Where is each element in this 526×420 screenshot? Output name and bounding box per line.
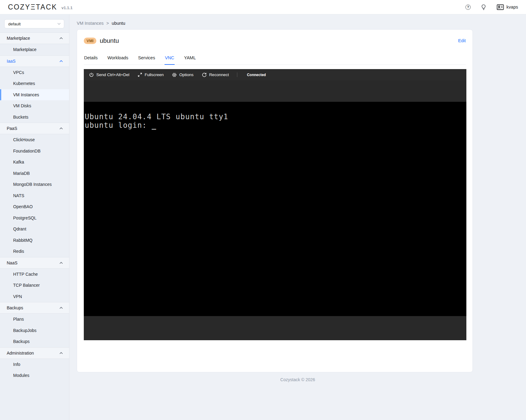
item-label: PostgreSQL: [13, 216, 36, 220]
button-label: Reconnect: [209, 72, 229, 77]
button-label: Fullscreen: [145, 72, 164, 77]
item-label: MariaDB: [13, 171, 30, 176]
namespace-select[interactable]: default: [4, 19, 64, 28]
fullscreen-button[interactable]: Fullscreen: [138, 72, 164, 77]
vm-detail-card: VMI ubuntu Edit Details Workloads Servic…: [77, 29, 473, 372]
item-label: VPN: [13, 294, 22, 299]
sidebar-item-qdrant[interactable]: Qdrant: [0, 223, 69, 235]
breadcrumb-parent[interactable]: VM Instances: [77, 21, 104, 26]
item-label: VM Disks: [13, 103, 31, 108]
sidebar-item-mongodb-instances[interactable]: MongoDB Instances: [0, 179, 69, 190]
item-label: VPCs: [13, 70, 24, 75]
app: COZYΞTACK v1.1.1 ?: [0, 0, 526, 420]
sidebar-item-vpcs[interactable]: VPCs: [0, 67, 69, 78]
sidebar-item-tcp-balancer[interactable]: TCP Balancer: [0, 280, 69, 291]
sidebar-item-clickhouse[interactable]: ClickHouse: [0, 134, 69, 146]
item-label: Buckets: [13, 115, 28, 120]
item-label: Kubernetes: [13, 81, 35, 86]
tab-vnc[interactable]: VNC: [165, 52, 175, 65]
terminal-line: ubuntu login: _: [85, 121, 466, 130]
vnc-console: Send Ctrl+Alt+Del Fullscreen: [84, 69, 466, 340]
item-label: Kafka: [13, 160, 24, 164]
item-label: BackupJobs: [13, 328, 36, 333]
sidebar-item-openbao[interactable]: OpenBAO: [0, 201, 69, 212]
sidebar-section-backups[interactable]: Backups: [0, 302, 69, 314]
chevron-up-icon: [59, 352, 63, 354]
item-label: MongoDB Instances: [13, 182, 52, 187]
item-label: TCP Balancer: [13, 283, 40, 288]
sidebar-item-postgresql[interactable]: PostgreSQL: [0, 212, 69, 224]
sidebar-item-vpn[interactable]: VPN: [0, 291, 69, 302]
item-label: Redis: [13, 249, 24, 254]
tab-services[interactable]: Services: [138, 52, 156, 65]
toolbar-divider: [237, 72, 237, 77]
sidebar-item-marketplace[interactable]: Marketplace: [0, 44, 69, 55]
breadcrumb-current: ubuntu: [112, 21, 125, 26]
tab-workloads[interactable]: Workloads: [107, 52, 128, 65]
chevron-down-icon: [57, 23, 61, 25]
terminal-line: Ubuntu 24.04.4 LTS ubuntu tty1: [85, 113, 466, 121]
sidebar-item-foundationdb[interactable]: FoundationDB: [0, 146, 69, 157]
sidebar-section-administration[interactable]: Administration: [0, 347, 69, 359]
sidebar-section-iaas[interactable]: IaaS: [0, 55, 69, 67]
sidebar-item-backups[interactable]: Backups: [0, 336, 69, 347]
chevron-up-icon: [59, 127, 63, 130]
top-header: COZYΞTACK v1.1.1 ?: [0, 0, 526, 14]
vmi-badge: VMI: [84, 38, 96, 44]
reconnect-button[interactable]: Reconnect: [202, 72, 229, 77]
reload-icon: [202, 72, 207, 77]
sidebar-section-marketplace[interactable]: Marketplace: [0, 32, 69, 44]
help-icon: ?: [465, 5, 471, 10]
sidebar-item-vm-disks[interactable]: VM Disks: [0, 100, 69, 112]
options-button[interactable]: Options: [172, 72, 194, 77]
sidebar-section-naas[interactable]: NaaS: [0, 257, 69, 269]
section-label: Backups: [7, 305, 23, 310]
page-title: ubuntu: [100, 37, 119, 44]
sidebar-item-kafka[interactable]: Kafka: [0, 157, 69, 168]
item-label: Backups: [13, 339, 30, 344]
sidebar-item-info[interactable]: Info: [0, 359, 69, 370]
sidebar-item-nats[interactable]: NATS: [0, 190, 69, 201]
sidebar-item-backupjobs[interactable]: BackupJobs: [0, 325, 69, 336]
sidebar-item-plans[interactable]: Plans: [0, 314, 69, 325]
sidebar: default Marketplace Marketplace IaaS VPC…: [0, 14, 69, 420]
namespace-select-value: default: [8, 22, 21, 26]
terminal-prompt: ubuntu login:: [85, 121, 152, 130]
vnc-canvas[interactable]: Ubuntu 24.04.4 LTS ubuntu tty1 ubuntu lo…: [84, 80, 466, 340]
theme-toggle-button[interactable]: [481, 4, 486, 10]
tab-details[interactable]: Details: [84, 52, 98, 65]
app-version: v1.1.1: [61, 6, 72, 10]
edit-button[interactable]: Edit: [458, 38, 466, 43]
breadcrumb-separator: >: [106, 21, 109, 26]
chevron-up-icon: [59, 60, 63, 62]
sidebar-item-modules[interactable]: Modules: [0, 370, 69, 381]
item-label: Plans: [13, 317, 24, 322]
app-logo: COZYΞTACK: [8, 3, 57, 11]
section-label: NaaS: [7, 260, 17, 265]
help-button[interactable]: ?: [465, 5, 471, 10]
sidebar-item-redis[interactable]: Redis: [0, 246, 69, 257]
tab-bar: Details Workloads Services VNC YAML: [84, 52, 466, 65]
item-label: Info: [13, 362, 20, 367]
tab-yaml[interactable]: YAML: [184, 52, 196, 65]
sidebar-item-rabbitmq[interactable]: RabbitMQ: [0, 235, 69, 246]
sidebar-item-vm-instances[interactable]: VM Instances: [0, 89, 69, 101]
gear-icon: [172, 72, 177, 77]
sidebar-item-kubernetes[interactable]: Kubernetes: [0, 78, 69, 89]
section-label: IaaS: [7, 59, 16, 64]
breadcrumb: VM Instances > ubuntu: [77, 21, 526, 26]
sidebar-item-http-cache[interactable]: HTTP Cache: [0, 269, 69, 280]
sidebar-section-paas[interactable]: PaaS: [0, 123, 69, 134]
chevron-up-icon: [59, 262, 63, 264]
vnc-framebuffer[interactable]: Ubuntu 24.04.4 LTS ubuntu tty1 ubuntu lo…: [84, 102, 466, 316]
item-label: OpenBAO: [13, 204, 33, 209]
send-ctrl-alt-del-button[interactable]: Send Ctrl+Alt+Del: [89, 72, 129, 77]
sidebar-item-buckets[interactable]: Buckets: [0, 112, 69, 123]
button-label: Send Ctrl+Alt+Del: [96, 72, 129, 77]
terminal-cursor: _: [152, 121, 157, 130]
item-label: FoundationDB: [13, 149, 41, 153]
sidebar-item-mariadb[interactable]: MariaDB: [0, 168, 69, 179]
user-menu-button[interactable]: kvaps: [497, 4, 518, 10]
item-label: Marketplace: [13, 47, 36, 52]
username: kvaps: [506, 5, 518, 9]
